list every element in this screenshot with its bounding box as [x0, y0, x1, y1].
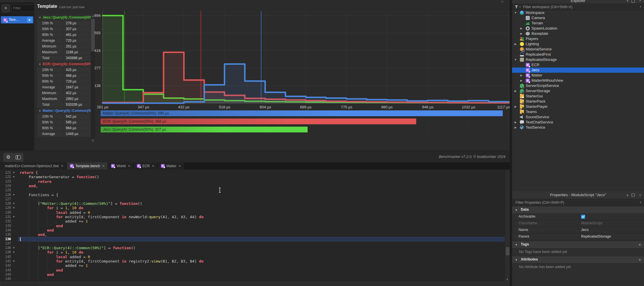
code-line-122[interactable]: 122▼ ParameterGenerator = function(): [0, 175, 505, 179]
explorer-item-SoundService[interactable]: SoundService: [512, 114, 644, 120]
tab-Matter[interactable]: Matter×: [158, 162, 184, 170]
explorer-item-Jecs[interactable]: Jecs: [512, 68, 644, 73]
code-line-123[interactable]: 123 return: [0, 179, 505, 184]
fold-arrow-icon[interactable]: ▼: [13, 259, 14, 263]
explorer-item-Teams[interactable]: Teams: [512, 109, 644, 114]
explorer-item-ECR[interactable]: ECR: [512, 62, 644, 68]
code-line-141[interactable]: 141▼ for entityId, firstComponent in reg…: [0, 259, 505, 263]
explorer-item-TextChatService[interactable]: ▶TextChatService: [512, 120, 644, 125]
editor-scrollbar-thumb[interactable]: [506, 247, 509, 255]
expand-right-icon[interactable]: ▶: [519, 31, 523, 36]
code-line-137[interactable]: 137: [0, 241, 505, 246]
explorer-item-TestService[interactable]: ▶TestService: [512, 125, 644, 130]
code-line-145[interactable]: 145: [0, 277, 505, 281]
expand-down-icon[interactable]: ▼: [514, 57, 518, 62]
code-line-124[interactable]: 124 end,: [0, 184, 505, 188]
tab-close-icon[interactable]: ×: [128, 164, 130, 168]
code-line-144[interactable]: 144 end: [0, 272, 505, 277]
expand-right-icon[interactable]: ▶: [514, 41, 518, 47]
code-line-136[interactable]: 136: [0, 237, 505, 241]
code-line-126[interactable]: 126▼ Functions = {: [0, 193, 505, 197]
add-tag-button[interactable]: +: [638, 242, 641, 247]
stats-group-header[interactable]: ∨Matter::Query(4)::Common(50%): [37, 108, 91, 114]
chevron-down-icon[interactable]: ∨: [626, 193, 629, 197]
explorer-item-StarterPlayer[interactable]: ▶StarterPlayer: [512, 104, 644, 109]
chevron-down-icon[interactable]: ∨: [626, 0, 629, 3]
property-row-archivable[interactable]: Archivable: [512, 214, 644, 220]
explorer-item-MaterialService[interactable]: MaterialService: [512, 47, 644, 52]
property-value[interactable]: Jecs: [581, 228, 589, 232]
popout-icon[interactable]: [632, 0, 635, 3]
explorer-item-Workspace[interactable]: ▼Workspace: [512, 10, 644, 15]
editor-scrollbar[interactable]: [505, 170, 510, 277]
stats-group-header[interactable]: ∨ECR::Query(4)::Common(50%): [37, 61, 91, 67]
code-line-121[interactable]: 121▼return {: [0, 170, 505, 175]
explorer-item-SpawnLocation[interactable]: ▶SpawnLocation: [512, 26, 644, 31]
code-line-146[interactable]: 146 end,: [0, 281, 505, 282]
collapse-chevron-icon[interactable]: ▼: [515, 243, 518, 246]
expand-right-icon[interactable]: ▶: [519, 26, 523, 31]
docs-book-button[interactable]: [14, 153, 23, 162]
script-editor[interactable]: 121▼return {122▼ ParameterGenerator = fu…: [0, 170, 510, 282]
benchmark-filter-input[interactable]: [11, 4, 35, 12]
code-line-134[interactable]: 134 end: [0, 228, 505, 232]
settings-gear-button[interactable]: ⚙: [3, 153, 13, 162]
code-line-133[interactable]: 133 end: [0, 224, 505, 228]
dock-divider[interactable]: [510, 0, 512, 286]
fold-arrow-icon[interactable]: ▼: [13, 201, 14, 206]
explorer-item-Players[interactable]: Players: [512, 36, 644, 41]
explorer-item-Terrain[interactable]: Terrain: [512, 21, 644, 26]
explorer-item-StarterGui[interactable]: StarterGui: [512, 94, 644, 99]
stats-group-header[interactable]: ∨Jecs::Query(4)::Common(50%): [37, 14, 91, 20]
code-line-127[interactable]: 127: [0, 197, 505, 201]
code-line-132[interactable]: 132 added += 1: [0, 219, 505, 223]
code-line-129[interactable]: 129▼ for i = 1, 10 do: [0, 206, 505, 210]
code-line-142[interactable]: 142 added += 1: [0, 263, 505, 268]
collapse-chevron-icon[interactable]: ∨: [37, 16, 43, 19]
expand-right-icon[interactable]: ▶: [514, 125, 518, 130]
expand-right-icon[interactable]: ▶: [514, 88, 518, 94]
expand-right-icon[interactable]: ▶: [514, 120, 518, 125]
tab-close-icon[interactable]: ×: [102, 164, 105, 168]
close-icon[interactable]: ×: [639, 193, 641, 197]
popout-icon[interactable]: [632, 194, 635, 196]
tab-World[interactable]: World×: [108, 162, 134, 170]
code-line-128[interactable]: 128▼ ["Matter::Query(4)::Common(50%)"] =…: [0, 201, 505, 206]
expand-right-icon[interactable]: ▶: [519, 73, 523, 78]
code-line-139[interactable]: 139▼ for i = 1, 10 do: [0, 250, 505, 254]
section-header-data[interactable]: ▼ Data: [512, 207, 644, 214]
explorer-item-ReplicatedStorage[interactable]: ▼ReplicatedStorage: [512, 57, 644, 62]
editor-scroll-down-icon[interactable]: ▼: [505, 277, 510, 282]
add-attribute-button[interactable]: +: [638, 257, 641, 262]
code-line-140[interactable]: 140 local added = 0: [0, 255, 505, 259]
explorer-item-Baseplate[interactable]: ▶Baseplate: [512, 31, 644, 36]
explorer-item-MatterWithoutView[interactable]: ▶MatterWithoutView: [512, 78, 644, 83]
explorer-item-Lighting[interactable]: ▶Lighting: [512, 41, 644, 47]
expand-right-icon[interactable]: ▶: [514, 104, 518, 109]
close-icon[interactable]: ×: [639, 0, 641, 3]
code-line-135[interactable]: 135 end,: [0, 232, 505, 237]
section-header-attributes[interactable]: ▼ Attributes +: [512, 256, 644, 263]
property-value[interactable]: ReplicatedStorage: [581, 234, 611, 238]
tab-Template.bench[interactable]: Template.bench×: [67, 162, 108, 170]
tab-close-icon[interactable]: ×: [179, 164, 181, 168]
tab-matterEcr-Common-Optimize2.rbxl[interactable]: matterEcr-Common-Optimize2.rbxl×: [0, 162, 67, 170]
fold-arrow-icon[interactable]: ▼: [13, 175, 14, 179]
filter-options-caret-icon[interactable]: ▼: [639, 6, 642, 8]
explorer-item-ServerStorage[interactable]: ▶ServerStorage: [512, 88, 644, 94]
funnel-caret-icon[interactable]: ▼: [519, 6, 521, 8]
collapse-chevron-icon[interactable]: ∨: [37, 63, 43, 65]
fold-arrow-icon[interactable]: ▼: [13, 246, 14, 250]
code-line-131[interactable]: 131▼ for entityId, firstComponent in new…: [0, 215, 505, 219]
archivable-checkbox[interactable]: [581, 215, 585, 219]
filter-options-caret-icon[interactable]: ▼: [639, 201, 642, 204]
fold-arrow-icon[interactable]: ▼: [13, 193, 14, 197]
section-header-tags[interactable]: ▼ Tags +: [512, 241, 644, 248]
expand-right-icon[interactable]: ▶: [519, 78, 523, 83]
tab-ECR[interactable]: ECR×: [134, 162, 158, 170]
code-area[interactable]: 121▼return {122▼ ParameterGenerator = fu…: [0, 170, 505, 282]
fold-arrow-icon[interactable]: ▼: [13, 215, 14, 219]
explorer-item-ServerScriptService[interactable]: ServerScriptService: [512, 83, 644, 88]
properties-filter-input[interactable]: [515, 199, 623, 205]
explorer-item-Camera[interactable]: Camera: [512, 15, 644, 21]
